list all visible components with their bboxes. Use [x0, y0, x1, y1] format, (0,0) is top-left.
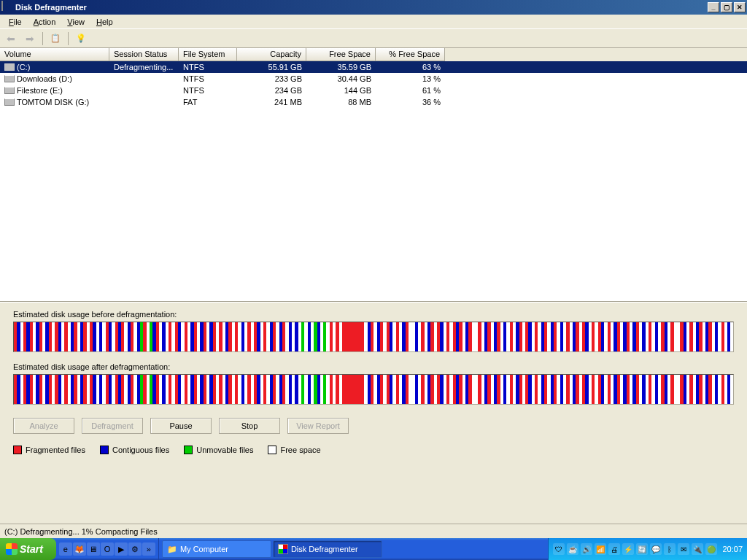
menu-view[interactable]: View [61, 16, 90, 28]
help-button[interactable]: 💡 [73, 31, 89, 47]
maximize-button[interactable]: ▢ [721, 2, 732, 12]
view-report-button[interactable]: View Report [287, 418, 349, 434]
windows-logo-icon [6, 543, 18, 555]
forward-button[interactable]: ➡ [22, 31, 38, 47]
tray-icon[interactable]: ☕ [567, 543, 578, 555]
ql-firefox-icon[interactable]: 🦊 [73, 542, 86, 556]
system-tray: 🛡 ☕ 🔊 📶 🖨 ⚡ 🔄 💬 ᛒ ✉ 🔌 🟢 20:07 [548, 538, 747, 560]
tray-icon[interactable]: 💬 [650, 543, 662, 555]
arrow-right-icon: ➡ [26, 33, 34, 44]
cell-free: 88 MB [306, 98, 376, 106]
drive-icon [4, 63, 15, 71]
volume-row[interactable]: Downloads (D:)NTFS233 GB30.44 GB13 % [0, 73, 747, 85]
defrag-icon [278, 544, 288, 554]
volume-list[interactable]: (C:)Defragmenting...NTFS55.91 GB35.59 GB… [0, 61, 747, 302]
arrow-left-icon: ⬅ [7, 33, 15, 44]
quick-launch: e 🦊 🖥 O ▶ ⚙ » [56, 538, 159, 560]
col-pct-free[interactable]: % Free Space [376, 48, 445, 61]
volume-row[interactable]: Filestore (E:)NTFS234 GB144 GB61 % [0, 85, 747, 96]
help-icon: 💡 [76, 34, 86, 43]
usage-bar-after [13, 374, 734, 405]
analyze-button[interactable]: Analyze [13, 418, 74, 434]
taskbar: Start e 🦊 🖥 O ▶ ⚙ » 📁 My Computer Disk D… [0, 538, 747, 560]
tray-icon[interactable]: 📶 [595, 543, 606, 555]
legend-swatch-free [268, 446, 276, 454]
after-label: Estimated disk usage after defragmentati… [13, 362, 734, 371]
col-free-space[interactable]: Free Space [306, 48, 376, 61]
minimize-button[interactable]: _ [708, 2, 719, 12]
start-label: Start [20, 543, 43, 555]
cell-fs: NTFS [179, 86, 237, 95]
menu-bar: File Action View Help [0, 15, 747, 29]
usage-bar-before [13, 322, 734, 352]
drive-icon [4, 75, 15, 82]
stop-button[interactable]: Stop [219, 418, 280, 434]
tray-icon[interactable]: 🛡 [553, 543, 565, 555]
close-button[interactable]: ✕ [734, 2, 746, 12]
status-text: (C:) Defragmenting... 1% Compacting File… [4, 527, 158, 536]
ql-desktop-icon[interactable]: 🖥 [87, 542, 100, 556]
toolbar-separator [42, 32, 43, 45]
ql-ie-icon[interactable]: e [59, 542, 72, 556]
legend-swatch-fragmented [13, 446, 22, 454]
tray-icon[interactable]: ✉ [678, 543, 689, 555]
cell-free: 35.59 GB [306, 63, 376, 71]
properties-button[interactable]: 📋 [47, 31, 63, 47]
window-title: Disk Defragmenter [15, 3, 706, 12]
ql-tool-icon[interactable]: ⚙ [128, 542, 142, 556]
volume-name: Filestore (E:) [17, 86, 63, 95]
tray-icon[interactable]: 🟢 [705, 543, 717, 555]
cell-fs: NTFS [179, 74, 237, 83]
start-button[interactable]: Start [0, 538, 56, 560]
cell-capacity: 241 MB [237, 98, 306, 106]
col-capacity[interactable]: Capacity [237, 48, 306, 61]
task-disk-defragmenter[interactable]: Disk Defragmenter [273, 540, 382, 558]
tray-icon[interactable]: 🖨 [608, 543, 620, 555]
legend-contiguous: Contiguous files [112, 446, 169, 454]
cell-capacity: 55.91 GB [237, 63, 306, 71]
task-buttons: 📁 My Computer Disk Defragmenter [159, 540, 549, 558]
status-bar: (C:) Defragmenting... 1% Compacting File… [0, 524, 747, 538]
volume-row[interactable]: (C:)Defragmenting...NTFS55.91 GB35.59 GB… [0, 61, 747, 73]
ql-media-icon[interactable]: ▶ [115, 542, 128, 556]
cell-free: 144 GB [306, 86, 376, 95]
ql-opera-icon[interactable]: O [101, 542, 114, 556]
tray-icon[interactable]: ᛒ [664, 543, 676, 555]
cell-pct: 13 % [376, 74, 445, 83]
cell-capacity: 233 GB [237, 74, 306, 83]
tray-icon[interactable]: 🔊 [581, 543, 592, 555]
ql-expand-icon[interactable]: » [142, 542, 155, 556]
legend-swatch-contiguous [100, 446, 109, 454]
menu-file[interactable]: File [3, 16, 28, 28]
tray-icon[interactable]: ⚡ [622, 543, 634, 555]
col-volume[interactable]: Volume [0, 48, 109, 61]
task-my-computer[interactable]: 📁 My Computer [162, 540, 271, 558]
tray-icon[interactable]: 🔄 [636, 543, 648, 555]
cell-pct: 61 % [376, 86, 445, 95]
volume-row[interactable]: TOMTOM DISK (G:)FAT241 MB88 MB36 % [0, 96, 747, 108]
legend: Fragmented files Contiguous files Unmova… [13, 446, 734, 454]
tray-icon[interactable]: 🔌 [692, 543, 703, 555]
col-filesystem[interactable]: File System [179, 48, 237, 61]
cell-free: 30.44 GB [306, 74, 376, 83]
cell-pct: 36 % [376, 98, 445, 106]
cell-status: Defragmenting... [109, 63, 179, 71]
window-titlebar: Disk Defragmenter _ ▢ ✕ [0, 0, 747, 15]
pause-button[interactable]: Pause [150, 418, 212, 434]
defrag-panel: Estimated disk usage before defragmentat… [0, 302, 747, 524]
volume-name: (C:) [17, 63, 30, 71]
legend-swatch-unmovable [184, 446, 193, 454]
col-status[interactable]: Session Status [109, 48, 179, 61]
drive-icon [4, 87, 15, 94]
cell-fs: NTFS [179, 63, 237, 71]
task-label: Disk Defragmenter [291, 545, 358, 553]
toolbar: ⬅ ➡ 📋 💡 [0, 29, 747, 48]
menu-action[interactable]: Action [28, 16, 62, 28]
clock[interactable]: 20:07 [722, 545, 743, 553]
drive-icon [4, 98, 15, 106]
menu-help[interactable]: Help [90, 16, 119, 28]
cell-pct: 63 % [376, 63, 445, 71]
defragment-button[interactable]: Defragment [82, 418, 143, 434]
cell-fs: FAT [179, 98, 237, 106]
back-button[interactable]: ⬅ [3, 31, 19, 47]
